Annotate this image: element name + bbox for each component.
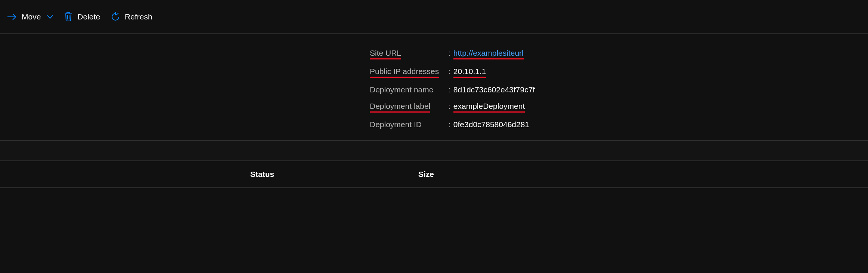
status-column-header[interactable]: Status <box>250 170 400 179</box>
table-header-row: Status Size <box>0 161 868 188</box>
chevron-down-icon <box>47 15 53 19</box>
refresh-icon <box>111 12 120 22</box>
public-ip-value: 20.10.1.1 <box>453 67 486 78</box>
trash-icon <box>64 12 73 22</box>
deployment-label-row: Deployment label : exampleDeployment <box>370 102 535 113</box>
site-url-link[interactable]: http://examplesiteurl <box>453 49 524 59</box>
command-bar: Move Delete Refresh <box>0 0 868 34</box>
overview-content: Site URL : http://examplesiteurl Public … <box>0 34 868 129</box>
colon: : <box>448 85 450 94</box>
table-separator <box>0 140 868 161</box>
deployment-name-row: Deployment name : 8d1dc73c602e43f79c7f <box>370 85 535 94</box>
refresh-label: Refresh <box>125 12 152 21</box>
colon: : <box>448 49 450 58</box>
public-ip-row: Public IP addresses : 20.10.1.1 <box>370 67 535 78</box>
delete-button[interactable]: Delete <box>64 12 100 22</box>
refresh-button[interactable]: Refresh <box>111 12 152 22</box>
colon: : <box>448 102 450 111</box>
move-label: Move <box>22 12 41 21</box>
deployment-id-value: 0fe3d0c7858046d281 <box>453 120 529 129</box>
deployment-label-value: exampleDeployment <box>453 102 525 113</box>
deployment-name-label: Deployment name <box>370 85 448 94</box>
move-button[interactable]: Move <box>7 12 53 21</box>
site-url-row: Site URL : http://examplesiteurl <box>370 49 535 59</box>
deployment-label-label: Deployment label <box>370 102 448 113</box>
deployment-id-label: Deployment ID <box>370 120 448 129</box>
delete-label: Delete <box>77 12 100 21</box>
details-panel: Site URL : http://examplesiteurl Public … <box>370 49 535 129</box>
deployment-id-row: Deployment ID : 0fe3d0c7858046d281 <box>370 120 535 129</box>
left-spacer <box>0 49 370 129</box>
deployment-name-value: 8d1dc73c602e43f79c7f <box>453 85 535 94</box>
site-url-label: Site URL <box>370 49 448 59</box>
colon: : <box>448 67 450 76</box>
arrow-right-icon <box>7 13 17 21</box>
size-column-header[interactable]: Size <box>418 170 434 179</box>
colon: : <box>448 120 450 129</box>
public-ip-label: Public IP addresses <box>370 67 448 78</box>
